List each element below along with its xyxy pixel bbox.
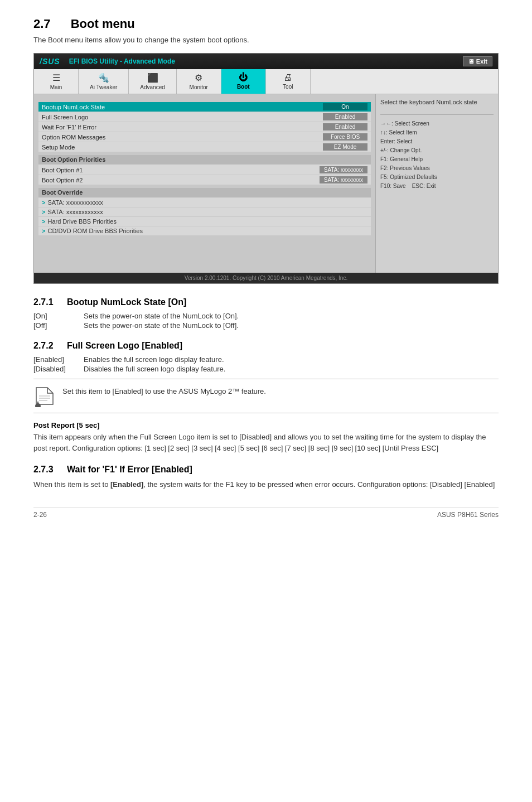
nav-monitor[interactable]: ⚙ Monitor xyxy=(177,69,221,94)
section-subtitle: The Boot menu items allow you to change … xyxy=(33,36,499,44)
bios-title: EFI BIOS Utility - Advanced Mode xyxy=(69,57,175,65)
def-row: [Disabled] Disables the full screen logo… xyxy=(33,365,499,373)
arrow-icon: > xyxy=(42,199,45,206)
bios-ui: /SUS EFI BIOS Utility - Advanced Mode 🖥 … xyxy=(33,53,499,284)
note-box: Set this item to [Enabled] to use the AS… xyxy=(33,379,499,413)
def-table-271: [On] Sets the power-on state of the NumL… xyxy=(33,312,499,330)
context-help: Select the keyboard NumLock state xyxy=(380,99,494,105)
main-icon: ☰ xyxy=(52,73,60,83)
nav-tool[interactable]: 🖨 Tool xyxy=(266,69,311,94)
page-number: 2-26 xyxy=(33,511,47,519)
nav-advanced[interactable]: ⬛ Advanced xyxy=(129,69,176,94)
boot-priority-section: Boot Option Priorities xyxy=(38,155,371,164)
subsection-271-header: 2.7.1 Bootup NumLock State [On] xyxy=(33,297,499,307)
subsection-273-paragraph: When this item is set to [Enabled], the … xyxy=(33,479,499,490)
boot-override-section: Boot Override xyxy=(38,188,371,197)
advanced-icon: ⬛ xyxy=(147,73,158,83)
subsection-272-header: 2.7.2 Full Screen Logo [Enabled] xyxy=(33,341,499,351)
nav-ai-tweaker[interactable]: 🔩 Ai Tweaker xyxy=(79,69,129,94)
nav-main[interactable]: ☰ Main xyxy=(34,69,79,94)
override-hdd[interactable]: > Hard Drive BBS Priorities xyxy=(38,217,371,226)
arrow-icon: > xyxy=(42,209,45,215)
exit-button[interactable]: 🖥 Exit xyxy=(463,56,492,66)
menu-row-fullscreen[interactable]: Full Screen Logo Enabled xyxy=(38,112,371,122)
bios-content-area: Bootup NumLock State On Full Screen Logo… xyxy=(34,94,498,273)
bios-footer: Version 2.00.1201. Copyright (C) 2010 Am… xyxy=(34,273,498,283)
def-row: [On] Sets the power-on state of the NumL… xyxy=(33,312,499,320)
menu-row-waitf1[interactable]: Wait For 'F1' If Error Enabled xyxy=(38,122,371,132)
arrow-icon: > xyxy=(42,228,45,234)
note-icon xyxy=(33,385,56,407)
def-row: [Enabled] Enables the full screen logo d… xyxy=(33,355,499,364)
monitor-icon: 🖥 xyxy=(468,58,474,65)
bios-nav: ☰ Main 🔩 Ai Tweaker ⬛ Advanced ⚙ Monitor… xyxy=(34,69,498,94)
tool-icon: 🖨 xyxy=(283,73,292,83)
override-sata2[interactable]: > SATA: xxxxxxxxxxxx xyxy=(38,207,371,216)
def-table-272: [Enabled] Enables the full screen logo d… xyxy=(33,355,499,373)
subsection-273-header: 2.7.3 Wait for 'F1' If Error [Enabled] xyxy=(33,465,499,475)
section-title: 2.7 Boot menu xyxy=(33,17,499,31)
nav-boot[interactable]: ⏻ Boot xyxy=(221,69,266,94)
post-report-header: Post Report [5 sec] xyxy=(33,421,499,429)
bios-right-panel: Select the keyboard NumLock state →←: Se… xyxy=(375,94,498,273)
menu-row-numlock[interactable]: Bootup NumLock State On xyxy=(38,102,371,112)
bios-left-panel: Bootup NumLock State On Full Screen Logo… xyxy=(34,94,375,273)
menu-row-option-rom[interactable]: Option ROM Messages Force BIOS xyxy=(38,132,371,142)
menu-row-setup-mode[interactable]: Setup Mode EZ Mode xyxy=(38,142,371,152)
bios-titlebar: /SUS EFI BIOS Utility - Advanced Mode 🖥 … xyxy=(34,54,498,69)
product-name: ASUS P8H61 Series xyxy=(437,511,499,519)
post-report-paragraph: This item appears only when the Full Scr… xyxy=(33,432,499,453)
boot-icon: ⏻ xyxy=(239,73,248,83)
menu-row-boot1[interactable]: Boot Option #1 SATA: xxxxxxxx xyxy=(38,165,371,175)
monitor-nav-icon: ⚙ xyxy=(195,73,202,83)
asus-logo: /SUS xyxy=(40,57,60,66)
def-row: [Off] Sets the power-on state of the Num… xyxy=(33,321,499,330)
page-footer: 2-26 ASUS P8H61 Series xyxy=(33,507,499,519)
override-dvd[interactable]: > CD/DVD ROM Drive BBS Priorities xyxy=(38,226,371,235)
key-help: →←: Select Screen ↑↓: Select Item Enter:… xyxy=(380,119,494,191)
override-sata1[interactable]: > SATA: xxxxxxxxxxxx xyxy=(38,198,371,207)
note-text: Set this item to [Enabled] to use the AS… xyxy=(62,385,266,395)
menu-row-boot2[interactable]: Boot Option #2 SATA: xxxxxxxx xyxy=(38,175,371,185)
ai-tweaker-icon: 🔩 xyxy=(98,73,109,83)
arrow-icon: > xyxy=(42,218,45,225)
